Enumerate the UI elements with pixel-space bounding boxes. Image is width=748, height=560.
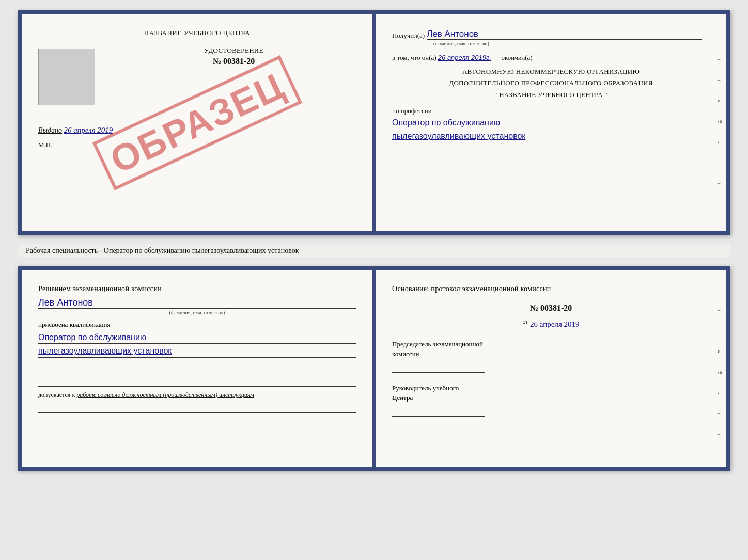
chairman-label1: Председатель экзаменационной bbox=[392, 340, 483, 348]
protocol-date-value: 26 апреля 2019 bbox=[530, 320, 580, 328]
cert-header: НАЗВАНИЕ УЧЕБНОГО ЦЕНТРА bbox=[38, 29, 356, 37]
udostoverenie-label: УДОСТОВЕРЕНИЕ bbox=[112, 46, 356, 55]
protocol-date: от 26 апреля 2019 bbox=[392, 318, 710, 329]
admission-prefix: допускается к bbox=[38, 391, 75, 398]
top-document-spread: НАЗВАНИЕ УЧЕБНОГО ЦЕНТРА УДОСТОВЕРЕНИЕ №… bbox=[18, 10, 730, 235]
org-line1: АВТОНОМНУЮ НЕКОММЕРЧЕСКУЮ ОРГАНИЗАЦИЮ bbox=[392, 66, 710, 77]
profession-label: по профессии bbox=[392, 107, 710, 115]
admission-text: допускается к работе согласно должностны… bbox=[38, 391, 356, 399]
osnov-label: Основание: протокол экзаменационной коми… bbox=[392, 285, 710, 293]
org-block: АВТОНОМНУЮ НЕКОММЕРЧЕСКУЮ ОРГАНИЗАЦИЮ ДО… bbox=[392, 66, 710, 100]
head-label2: Центра bbox=[392, 394, 413, 402]
issued-date: 26 апреля 2019 bbox=[64, 126, 113, 134]
protocol-date-prefix: от bbox=[522, 318, 528, 325]
bottom-document-spread: Решением экзаменационной комиссии Лев Ан… bbox=[18, 266, 730, 471]
cert-issued: Выдано 26 апреля 2019 bbox=[38, 126, 356, 135]
right-page-content: Получил(а) Лев Антонов – (фамилия, имя, … bbox=[392, 29, 710, 142]
date-line: в том, что он(а) 26 апреля 2019г. окончи… bbox=[392, 54, 710, 62]
received-label: Получил(а) bbox=[392, 31, 425, 40]
bottom-right-page: Основание: протокол экзаменационной коми… bbox=[376, 270, 726, 467]
finished-label: окончил(а) bbox=[502, 54, 533, 61]
middle-label: Рабочая специальность - Оператор по обсл… bbox=[18, 244, 730, 258]
fio-hint-bottom: (фамилия, имя, отчество) bbox=[38, 310, 356, 315]
recipient-name: Лев Антонов bbox=[427, 29, 702, 40]
blank-line-3 bbox=[38, 404, 356, 413]
side-marks-top: – – – и ›а ‹– – – bbox=[718, 35, 722, 186]
chairman-block: Председатель экзаменационной комиссии bbox=[392, 339, 710, 373]
commission-header: Решением экзаменационной комиссии bbox=[38, 285, 356, 293]
recipient-line: Получил(а) Лев Антонов – bbox=[392, 29, 710, 40]
dash-after-name: – bbox=[706, 31, 710, 40]
org-line2: ДОПОЛНИТЕЛЬНОГО ПРОФЕССИОНАЛЬНОГО ОБРАЗО… bbox=[392, 77, 710, 89]
chairman-label2: комиссии bbox=[392, 350, 419, 358]
qualification-label: присвоена квалификация bbox=[38, 321, 356, 329]
cert-mp: М.П. bbox=[38, 141, 356, 149]
fio-hint-top: (фамилия, имя, отчество) bbox=[433, 41, 710, 46]
profession-line2: пылегазоулавливающих установок bbox=[392, 131, 710, 142]
head-label1: Руководитель учебного bbox=[392, 384, 459, 392]
bottom-lines bbox=[38, 365, 356, 387]
qualification-line1: Оператор по обслуживанию bbox=[38, 332, 356, 344]
protocol-number: № 00381-20 bbox=[392, 303, 710, 313]
date-value: 26 апреля 2019г. bbox=[438, 54, 491, 61]
qualification-line2: пылегазоулавливающих установок bbox=[38, 345, 356, 357]
top-right-page: Получил(а) Лев Антонов – (фамилия, имя, … bbox=[376, 14, 726, 231]
date-prefix: в том, что он(а) bbox=[392, 54, 437, 61]
blank-line-1 bbox=[38, 365, 356, 374]
side-marks-bottom: – – – и ›а ‹– – – bbox=[718, 286, 722, 437]
top-left-page: НАЗВАНИЕ УЧЕБНОГО ЦЕНТРА УДОСТОВЕРЕНИЕ №… bbox=[22, 14, 376, 231]
person-name-bottom: Лев Антонов bbox=[38, 297, 356, 309]
head-block: Руководитель учебного Центра bbox=[392, 383, 710, 417]
profession-line1: Оператор по обслуживанию bbox=[392, 117, 710, 129]
chairman-signature-line bbox=[392, 363, 485, 373]
org-line3: " НАЗВАНИЕ УЧЕБНОГО ЦЕНТРА " bbox=[392, 89, 710, 101]
chairman-title: Председатель экзаменационной комиссии bbox=[392, 339, 710, 359]
cert-photo-placeholder bbox=[38, 49, 95, 105]
cert-number: № 00381-20 bbox=[112, 57, 356, 66]
bottom-left-page: Решением экзаменационной комиссии Лев Ан… bbox=[22, 270, 376, 467]
issued-label: Выдано bbox=[38, 126, 62, 134]
head-title: Руководитель учебного Центра bbox=[392, 383, 710, 403]
blank-line-2 bbox=[38, 377, 356, 387]
admission-italic: работе согласно должностным (производств… bbox=[76, 391, 254, 398]
head-signature-line bbox=[392, 407, 485, 417]
